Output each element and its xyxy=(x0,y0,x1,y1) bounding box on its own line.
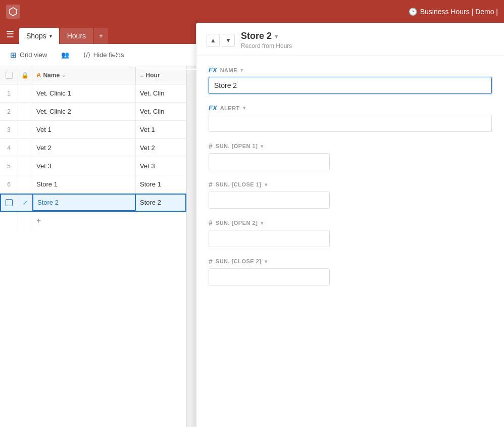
row-expand-col xyxy=(18,139,32,157)
name-field-dropdown[interactable]: ▾ xyxy=(240,67,243,73)
tab-hours-label: Hours xyxy=(67,32,86,40)
sun-open1-field-section: # SUN. [OPEN 1] ▾ xyxy=(209,142,492,170)
row-number: 5 xyxy=(0,157,18,175)
add-row-button[interactable]: + xyxy=(32,212,45,230)
hamburger-button[interactable]: ☰ xyxy=(6,29,14,40)
sun-close2-field-section: # SUN. [CLOSE 2] ▾ xyxy=(209,257,492,286)
row-number: 1 xyxy=(0,84,18,102)
name-label-text: NAME xyxy=(220,67,237,73)
hide-fields-label: Hide fields xyxy=(93,51,124,59)
clock-icon: 🕐 xyxy=(409,8,417,16)
tab-shops[interactable]: Shops ▾ xyxy=(19,28,59,44)
sun-open1-input[interactable] xyxy=(209,153,330,170)
tab-shops-label: Shops xyxy=(26,32,46,40)
sun-open2-input[interactable] xyxy=(209,230,330,247)
sun-close2-field-label[interactable]: # SUN. [CLOSE 2] ▾ xyxy=(209,257,492,265)
row-hour-cell: Vet 1 xyxy=(136,121,186,138)
table-row[interactable]: 1 Vet. Clinic 1 Vet. Clin xyxy=(0,84,186,103)
sun-close1-field-label[interactable]: # SUN. [CLOSE 1] ▾ xyxy=(209,180,492,188)
row-expand-col xyxy=(18,84,32,102)
view-label: Grid view xyxy=(20,51,47,59)
sun-open1-field-label[interactable]: # SUN. [OPEN 1] ▾ xyxy=(209,142,492,150)
app-logo[interactable] xyxy=(6,5,20,19)
table-row[interactable]: 4 Vet 2 Vet 2 xyxy=(0,139,186,157)
record-subtitle: Record from Hours xyxy=(241,42,494,50)
record-next-button[interactable]: ▼ xyxy=(222,34,235,47)
hash-icon-sun-open2: # xyxy=(209,219,213,227)
fx-icon-alert: fx xyxy=(209,104,217,112)
top-bar-right: 🕐 Business Hours | Demo | xyxy=(409,8,498,16)
alert-input[interactable] xyxy=(209,115,492,132)
row-expand-col xyxy=(18,157,32,175)
row-name-cell[interactable]: Vet 2 xyxy=(32,139,136,157)
grid-header: 🔒 A Name ⌄ ≡ Hour xyxy=(0,66,186,84)
top-bar: 🕐 Business Hours | Demo | xyxy=(0,0,504,23)
table-row[interactable]: ⤢ Store 2 Store 2 xyxy=(0,194,186,212)
hour-col-label: Hour xyxy=(146,72,160,79)
row-expand-col[interactable]: ⤢ xyxy=(18,194,32,211)
row-number xyxy=(0,194,18,211)
select-all-checkbox[interactable] xyxy=(6,72,13,79)
row-number: 2 xyxy=(0,103,18,120)
expand-record-icon[interactable]: ⤢ xyxy=(23,199,28,206)
tab-hours[interactable]: Hours xyxy=(60,28,93,44)
record-title: Store 2 ▾ xyxy=(241,31,494,41)
collaborators-button[interactable]: 👥 xyxy=(57,49,73,61)
shops-dropdown-icon[interactable]: ▾ xyxy=(49,33,52,39)
row-name-cell[interactable]: Vet. Clinic 1 xyxy=(32,84,136,102)
header-checkbox-col xyxy=(0,66,18,84)
sun-close1-input[interactable] xyxy=(209,192,330,209)
collaborators-icon: 👥 xyxy=(61,51,69,59)
alert-field-dropdown[interactable]: ▾ xyxy=(243,105,245,111)
row-checkbox[interactable] xyxy=(6,199,13,206)
hour-col-type-icon: ≡ xyxy=(140,71,144,79)
header-lock-col: 🔒 xyxy=(18,66,32,84)
sun-open2-field-dropdown[interactable]: ▾ xyxy=(261,220,263,226)
hash-icon-sun-close1: # xyxy=(209,180,213,188)
record-title-dropdown[interactable]: ▾ xyxy=(275,33,278,40)
sun-open2-field-label[interactable]: # SUN. [OPEN 2] ▾ xyxy=(209,219,492,227)
row-expand-col xyxy=(18,175,32,193)
fx-icon: fx xyxy=(209,66,217,74)
record-navigation: ▲ ▼ xyxy=(207,34,235,47)
row-number: 3 xyxy=(0,121,18,138)
header-hour-col[interactable]: ≡ Hour xyxy=(136,66,186,84)
record-title-text: Store 2 xyxy=(241,31,272,41)
tab-add[interactable]: ＋ xyxy=(94,28,108,44)
grid-container: 🔒 A Name ⌄ ≡ Hour 1 Vet. Clinic 1 Vet. C… xyxy=(0,66,187,427)
row-name-cell[interactable]: Store 1 xyxy=(32,175,136,193)
hide-fields-button[interactable]: ⟨/⟩ Hide fields xyxy=(79,49,128,61)
grid-view-icon: ⊞ xyxy=(10,51,17,60)
alert-field-section: fx ALERT ▾ xyxy=(209,104,492,132)
sun-open2-field-section: # SUN. [OPEN 2] ▾ xyxy=(209,219,492,247)
add-row[interactable]: + xyxy=(0,212,186,230)
name-field-label[interactable]: fx NAME ▾ xyxy=(209,66,492,74)
sun-close1-field-dropdown[interactable]: ▾ xyxy=(265,182,267,187)
name-col-label: Name xyxy=(43,72,60,79)
row-name-cell[interactable]: Vet 3 xyxy=(32,157,136,175)
name-input[interactable] xyxy=(209,77,492,94)
view-selector-button[interactable]: ⊞ Grid view xyxy=(6,49,51,62)
row-hour-cell: Vet. Clin xyxy=(136,103,186,120)
row-hour-cell: Vet. Clin xyxy=(136,84,186,102)
row-name-cell[interactable]: Vet 1 xyxy=(32,121,136,138)
lock-icon: 🔒 xyxy=(21,72,29,79)
table-row[interactable]: 5 Vet 3 Vet 3 xyxy=(0,157,186,175)
row-name-cell[interactable]: Store 2 xyxy=(32,194,136,211)
name-col-sort-icon: ⌄ xyxy=(62,72,66,78)
sun-open1-field-dropdown[interactable]: ▾ xyxy=(261,144,263,149)
sun-close2-input[interactable] xyxy=(209,268,330,286)
table-row[interactable]: 3 Vet 1 Vet 1 xyxy=(0,121,186,139)
record-prev-button[interactable]: ▲ xyxy=(207,34,220,47)
sun-close2-field-dropdown[interactable]: ▾ xyxy=(265,259,267,264)
table-row[interactable]: 2 Vet. Clinic 2 Vet. Clin xyxy=(0,103,186,121)
sun-open1-label-text: SUN. [OPEN 1] xyxy=(216,143,258,149)
header-name-col[interactable]: A Name ⌄ xyxy=(32,66,136,84)
record-panel: ▲ ▼ Store 2 ▾ Record from Hours fx NAME … xyxy=(196,23,504,427)
row-hour-cell: Vet 2 xyxy=(136,139,186,157)
alert-field-label[interactable]: fx ALERT ▾ xyxy=(209,104,492,112)
row-name-cell[interactable]: Vet. Clinic 2 xyxy=(32,103,136,120)
hash-icon-sun-close2: # xyxy=(209,257,213,265)
table-row[interactable]: 6 Store 1 Store 1 xyxy=(0,175,186,194)
row-number: 4 xyxy=(0,139,18,157)
